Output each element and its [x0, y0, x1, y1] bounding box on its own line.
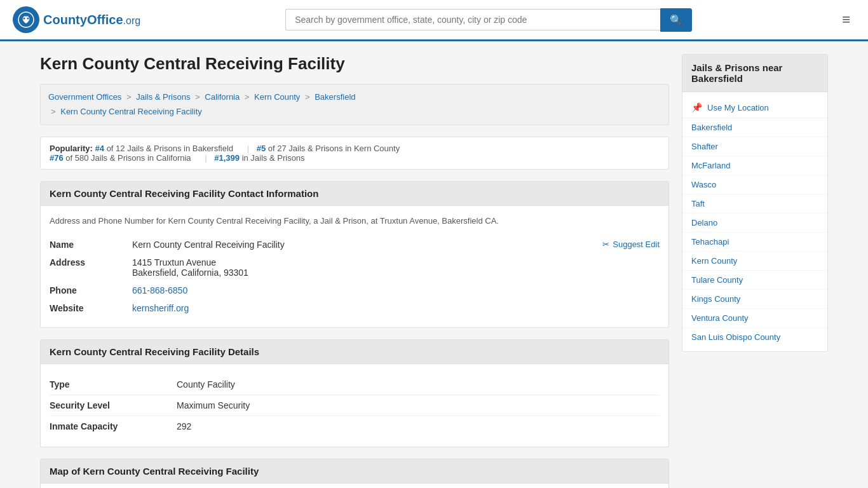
search-area: 🔍: [285, 8, 692, 32]
website-label: Website: [50, 303, 132, 313]
map-section: Map of Kern County Central Receiving Fac…: [40, 459, 669, 488]
website-value: kernsheriff.org: [132, 303, 189, 313]
use-my-location-link[interactable]: 📌 Use My Location: [682, 97, 827, 118]
search-input[interactable]: [285, 9, 660, 30]
phone-value: 661-868-6850: [132, 285, 187, 295]
map-section-body: View map of Kern County Central Receivin…: [40, 484, 669, 488]
logo-text: CountyOffice.org: [43, 13, 140, 27]
main-container: Kern County Central Receiving Facility G…: [27, 41, 841, 488]
site-header: CountyOffice.org 🔍 ≡: [0, 0, 868, 41]
sidebar-box: Jails & Prisons near Bakersfield 📌 Use M…: [682, 54, 828, 352]
sidebar-link-kings-county[interactable]: Kings County: [682, 290, 827, 309]
details-section: Kern County Central Receiving Facility D…: [40, 339, 669, 447]
pin-icon: 📌: [691, 102, 702, 112]
phone-link[interactable]: 661-868-6850: [132, 285, 187, 295]
website-link[interactable]: kernsheriff.org: [132, 303, 189, 313]
contact-section-body: Address and Phone Number for Kern County…: [40, 206, 669, 328]
address-value: 1415 Truxtun Avenue Bakersfield, Califor…: [132, 257, 248, 278]
page-title: Kern County Central Receiving Facility: [40, 54, 669, 74]
phone-label: Phone: [50, 285, 132, 295]
menu-button[interactable]: ≡: [837, 9, 855, 30]
breadcrumb-link-california[interactable]: California: [205, 92, 240, 102]
breadcrumb-link-facility[interactable]: Kern County Central Receiving Facility: [60, 107, 202, 116]
security-row: Security Level Maximum Security: [50, 395, 660, 416]
details-section-body: Type County Facility Security Level Maxi…: [40, 364, 669, 447]
details-section-header: Kern County Central Receiving Facility D…: [40, 339, 669, 364]
sidebar-link-shafter[interactable]: Shafter: [682, 137, 827, 156]
sidebar-title: Jails & Prisons near Bakersfield: [682, 55, 827, 92]
sidebar-link-tehachapi[interactable]: Tehachapi: [682, 233, 827, 252]
sidebar-link-tulare-county[interactable]: Tulare County: [682, 271, 827, 290]
breadcrumb-link-jails[interactable]: Jails & Prisons: [136, 92, 190, 102]
breadcrumb-link-kern-county[interactable]: Kern County: [254, 92, 300, 102]
contact-description: Address and Phone Number for Kern County…: [50, 216, 660, 226]
name-value: Kern County Central Receiving Facility: [132, 240, 285, 250]
capacity-row: Inmate Capacity 292: [50, 416, 660, 437]
suggest-edit-link[interactable]: ✂ Suggest Edit: [602, 240, 660, 249]
sidebar: Jails & Prisons near Bakersfield 📌 Use M…: [682, 54, 828, 488]
contact-section-header: Kern County Central Receiving Facility C…: [40, 181, 669, 206]
contact-name-row: Name Kern County Central Receiving Facil…: [50, 236, 660, 254]
sidebar-link-san-luis-obispo[interactable]: San Luis Obispo County: [682, 328, 827, 346]
type-row: Type County Facility: [50, 374, 660, 395]
hamburger-icon: ≡: [842, 11, 850, 27]
sidebar-links: 📌 Use My Location Bakersfield Shafter Mc…: [682, 92, 827, 351]
contact-address-row: Address 1415 Truxtun Avenue Bakersfield,…: [50, 254, 660, 281]
search-button[interactable]: 🔍: [660, 8, 692, 32]
contact-website-row: Website kernsheriff.org: [50, 299, 660, 317]
logo: CountyOffice.org: [13, 6, 140, 33]
contact-info-table: Name Kern County Central Receiving Facil…: [50, 236, 660, 317]
sidebar-link-mcfarland[interactable]: McFarland: [682, 156, 827, 175]
sidebar-link-taft[interactable]: Taft: [682, 194, 827, 214]
map-section-header: Map of Kern County Central Receiving Fac…: [40, 459, 669, 484]
svg-point-2: [27, 18, 29, 20]
breadcrumb-link-bakersfield[interactable]: Bakersfield: [315, 92, 355, 102]
capacity-label: Inmate Capacity: [50, 421, 177, 431]
edit-icon: ✂: [602, 240, 609, 249]
breadcrumb-link-gov-offices[interactable]: Government Offices: [48, 92, 121, 102]
contact-section: Kern County Central Receiving Facility C…: [40, 181, 669, 328]
type-value: County Facility: [177, 379, 235, 390]
content-area: Kern County Central Receiving Facility G…: [40, 54, 669, 488]
sidebar-link-ventura-county[interactable]: Ventura County: [682, 309, 827, 328]
svg-point-1: [24, 18, 25, 20]
capacity-value: 292: [177, 421, 191, 431]
sidebar-link-bakersfield[interactable]: Bakersfield: [682, 118, 827, 137]
security-label: Security Level: [50, 400, 177, 410]
address-label: Address: [50, 257, 132, 268]
sidebar-link-delano[interactable]: Delano: [682, 214, 827, 233]
popularity-bar: Popularity: #4 of 12 Jails & Prisons in …: [40, 137, 669, 170]
security-value: Maximum Security: [177, 400, 250, 410]
search-icon: 🔍: [670, 15, 682, 25]
details-table: Type County Facility Security Level Maxi…: [50, 374, 660, 437]
name-label: Name: [50, 240, 132, 250]
logo-icon: [13, 6, 39, 33]
type-label: Type: [50, 379, 177, 390]
sidebar-link-kern-county[interactable]: Kern County: [682, 252, 827, 271]
contact-phone-row: Phone 661-868-6850: [50, 281, 660, 299]
breadcrumb: Government Offices > Jails & Prisons > C…: [40, 84, 669, 125]
sidebar-link-wasco[interactable]: Wasco: [682, 175, 827, 194]
header-right: ≡: [837, 9, 855, 30]
